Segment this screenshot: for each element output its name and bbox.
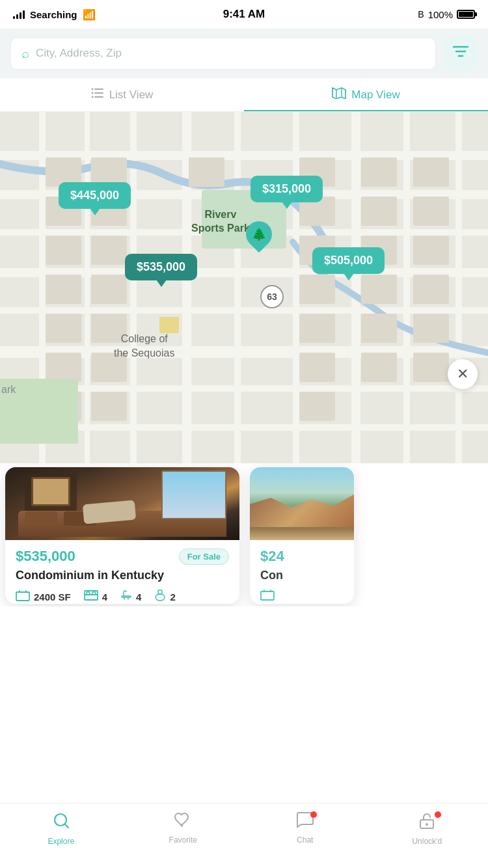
- svg-rect-41: [91, 353, 127, 382]
- price-marker-535[interactable]: $535,000: [125, 254, 197, 280]
- tab-list-label: List View: [109, 88, 154, 102]
- search-placeholder[interactable]: City, Address, Zip: [36, 47, 122, 60]
- toilets-stat: 2: [154, 589, 175, 604]
- signal-bars-icon: [13, 10, 25, 19]
- svg-rect-39: [91, 314, 127, 343]
- nav-item-unlocked[interactable]: Unlock'd: [366, 811, 489, 846]
- svg-rect-71: [158, 590, 162, 594]
- svg-rect-44: [189, 157, 224, 187]
- baths-stat: 4: [120, 590, 141, 604]
- price-marker-315[interactable]: $315,000: [251, 176, 323, 202]
- svg-rect-60: [413, 236, 449, 265]
- svg-rect-26: [351, 112, 360, 463]
- view-tabs: List View Map View: [0, 78, 488, 112]
- bluetooth-icon: B: [418, 9, 424, 20]
- bath-icon: [120, 590, 132, 604]
- svg-point-6: [91, 88, 93, 90]
- sqft-icon-2: [260, 589, 275, 603]
- svg-rect-38: [46, 314, 81, 343]
- svg-rect-16: [0, 307, 488, 314]
- filter-button[interactable]: [444, 36, 478, 70]
- card-price-1: $535,000: [16, 548, 75, 565]
- beds-stat: 4: [84, 590, 107, 603]
- property-cards[interactable]: $535,000 For Sale Condominium in Kentuck…: [0, 463, 488, 606]
- nav-item-chat[interactable]: Chat: [244, 811, 366, 845]
- explore-icon: [52, 811, 70, 834]
- svg-rect-66: [16, 592, 29, 601]
- card-badge-1: For Sale: [179, 549, 229, 565]
- svg-rect-64: [159, 317, 179, 333]
- nav-item-explore[interactable]: Explore: [0, 811, 122, 846]
- favorite-icon: [174, 811, 192, 833]
- card-info-2: $24 Con: [250, 540, 354, 604]
- svg-rect-68: [87, 592, 90, 595]
- unlocked-label: Unlock'd: [412, 837, 442, 846]
- svg-rect-72: [261, 591, 274, 600]
- battery-icon: [457, 10, 475, 19]
- svg-rect-57: [361, 353, 397, 382]
- sqft-stat: 2400 SF: [16, 590, 71, 604]
- baths-value: 4: [136, 591, 141, 603]
- svg-rect-48: [299, 275, 335, 304]
- card-price-2: $24: [260, 548, 284, 565]
- svg-rect-56: [361, 314, 397, 343]
- tab-map-view[interactable]: Map View: [244, 78, 488, 111]
- svg-point-8: [91, 96, 93, 98]
- price-535: $535,000: [137, 260, 185, 273]
- svg-rect-65: [0, 379, 78, 444]
- chat-label: Chat: [297, 835, 313, 845]
- card-stats-2: [260, 589, 344, 603]
- svg-rect-59: [413, 197, 449, 226]
- card-title-2: Con: [260, 569, 344, 582]
- unlock-icon: [418, 811, 435, 834]
- status-left: Searching 📶: [13, 8, 96, 21]
- search-input-wrap[interactable]: ⌕ City, Address, Zip: [10, 38, 436, 70]
- price-marker-505[interactable]: $505,000: [312, 247, 385, 274]
- chat-badge: [310, 811, 317, 818]
- svg-rect-43: [91, 392, 127, 421]
- sqft-icon: [16, 590, 30, 604]
- time-display: 9:41 AM: [223, 8, 265, 21]
- map-area[interactable]: $445,000 $315,000 $535,000 $505,000 Rive…: [0, 112, 488, 463]
- svg-rect-40: [46, 353, 81, 382]
- svg-rect-67: [85, 595, 98, 600]
- bottom-navigation: Explore Favorite Chat: [0, 803, 488, 868]
- explore-label: Explore: [47, 837, 74, 846]
- card-title-1: Condominium in Kentucky: [16, 569, 229, 582]
- svg-rect-36: [46, 275, 81, 304]
- svg-rect-69: [92, 592, 96, 595]
- card-info-1: $535,000 For Sale Condominium in Kentuck…: [5, 540, 239, 604]
- svg-rect-28: [455, 112, 462, 463]
- beds-value: 4: [102, 591, 107, 603]
- card-image-1: [5, 467, 239, 540]
- svg-rect-37: [91, 275, 127, 304]
- search-icon: ⌕: [21, 46, 29, 61]
- property-card-1[interactable]: $535,000 For Sale Condominium in Kentuck…: [5, 467, 239, 604]
- road-badge-63: 63: [260, 285, 284, 308]
- property-card-2[interactable]: $24 Con: [250, 467, 354, 604]
- card-price-row-1: $535,000 For Sale: [16, 548, 229, 565]
- road-number: 63: [267, 292, 277, 302]
- svg-rect-52: [361, 157, 397, 187]
- close-button[interactable]: ✕: [448, 359, 478, 389]
- svg-rect-27: [403, 112, 410, 463]
- map-icon: [332, 87, 346, 102]
- svg-rect-49: [299, 314, 335, 343]
- svg-rect-61: [413, 275, 449, 304]
- price-marker-445[interactable]: $445,000: [59, 182, 131, 209]
- card-image-2: [250, 467, 354, 540]
- battery-percent: 100%: [428, 9, 453, 20]
- card-price-row-2: $24: [260, 548, 344, 565]
- nav-item-favorite[interactable]: Favorite: [122, 811, 245, 845]
- tab-map-label: Map View: [351, 88, 400, 102]
- svg-rect-53: [361, 197, 397, 226]
- price-315: $315,000: [262, 182, 311, 195]
- svg-rect-63: [413, 353, 449, 382]
- map-background: [0, 112, 488, 463]
- svg-rect-62: [413, 314, 449, 343]
- svg-rect-25: [293, 112, 299, 463]
- tab-list-view[interactable]: List View: [0, 78, 244, 111]
- svg-rect-55: [361, 275, 397, 304]
- card-stats-1: 2400 SF 4: [16, 589, 229, 604]
- wifi-icon: 📶: [83, 8, 96, 21]
